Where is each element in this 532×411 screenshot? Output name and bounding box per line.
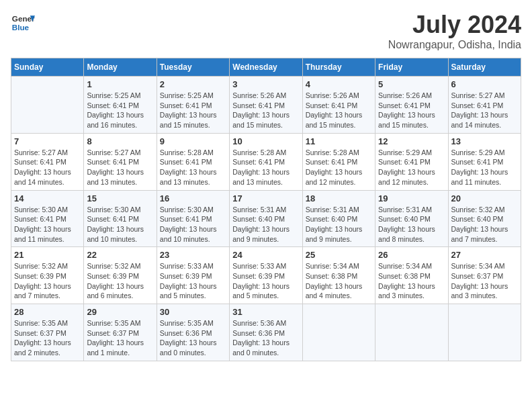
day-info: Sunrise: 5:34 AM Sunset: 6:38 PM Dayligh… [306,261,372,301]
calendar-cell: 7Sunrise: 5:27 AM Sunset: 6:41 PM Daylig… [11,133,84,190]
calendar-cell: 26Sunrise: 5:34 AM Sunset: 6:38 PM Dayli… [375,247,448,304]
day-number: 26 [378,250,445,260]
calendar-cell [11,77,84,134]
calendar-header-cell: Monday [84,58,157,77]
calendar-cell: 20Sunrise: 5:32 AM Sunset: 6:40 PM Dayli… [448,190,521,247]
day-number: 13 [451,136,518,146]
calendar-cell: 1Sunrise: 5:25 AM Sunset: 6:41 PM Daylig… [84,77,157,134]
calendar-week-row: 1Sunrise: 5:25 AM Sunset: 6:41 PM Daylig… [11,77,521,134]
day-info: Sunrise: 5:27 AM Sunset: 6:41 PM Dayligh… [87,148,153,187]
calendar-cell: 18Sunrise: 5:31 AM Sunset: 6:40 PM Dayli… [302,190,375,247]
calendar-cell: 11Sunrise: 5:28 AM Sunset: 6:41 PM Dayli… [302,133,375,190]
calendar-cell: 3Sunrise: 5:26 AM Sunset: 6:41 PM Daylig… [230,77,302,134]
calendar-cell: 6Sunrise: 5:27 AM Sunset: 6:41 PM Daylig… [448,77,521,134]
calendar-cell [375,304,448,361]
calendar-cell: 19Sunrise: 5:31 AM Sunset: 6:40 PM Dayli… [375,190,448,247]
day-info: Sunrise: 5:30 AM Sunset: 6:41 PM Dayligh… [14,205,81,244]
calendar-cell: 25Sunrise: 5:34 AM Sunset: 6:38 PM Dayli… [302,247,375,304]
day-number: 16 [160,193,226,203]
day-number: 15 [87,193,153,203]
day-number: 23 [160,250,226,260]
day-info: Sunrise: 5:34 AM Sunset: 6:38 PM Dayligh… [378,261,445,301]
calendar-header-cell: Sunday [11,58,84,77]
calendar-table: SundayMondayTuesdayWednesdayThursdayFrid… [11,58,521,361]
calendar-header-cell: Friday [375,58,448,77]
day-info: Sunrise: 5:36 AM Sunset: 6:36 PM Dayligh… [232,318,299,358]
calendar-cell: 24Sunrise: 5:33 AM Sunset: 6:39 PM Dayli… [230,247,302,304]
day-info: Sunrise: 5:26 AM Sunset: 6:41 PM Dayligh… [306,91,372,130]
day-info: Sunrise: 5:32 AM Sunset: 6:39 PM Dayligh… [14,261,81,301]
day-number: 7 [14,136,81,146]
calendar-cell: 27Sunrise: 5:34 AM Sunset: 6:37 PM Dayli… [448,247,521,304]
day-number: 20 [451,193,518,203]
day-info: Sunrise: 5:28 AM Sunset: 6:41 PM Dayligh… [160,148,226,187]
calendar-cell: 31Sunrise: 5:36 AM Sunset: 6:36 PM Dayli… [230,304,302,361]
calendar-cell: 12Sunrise: 5:29 AM Sunset: 6:41 PM Dayli… [375,133,448,190]
calendar-cell: 21Sunrise: 5:32 AM Sunset: 6:39 PM Dayli… [11,247,84,304]
day-info: Sunrise: 5:30 AM Sunset: 6:41 PM Dayligh… [160,205,226,244]
day-info: Sunrise: 5:26 AM Sunset: 6:41 PM Dayligh… [378,91,445,130]
day-number: 6 [451,79,518,89]
day-number: 4 [306,79,372,89]
day-number: 18 [306,193,372,203]
calendar-cell: 2Sunrise: 5:25 AM Sunset: 6:41 PM Daylig… [157,77,229,134]
day-number: 2 [160,79,226,89]
title-section: July 2024 Nowrangapur, Odisha, India [388,11,521,51]
calendar-cell: 9Sunrise: 5:28 AM Sunset: 6:41 PM Daylig… [157,133,229,190]
calendar-cell: 29Sunrise: 5:35 AM Sunset: 6:37 PM Dayli… [84,304,157,361]
logo-icon: General Blue [11,11,35,35]
calendar-header-cell: Thursday [302,58,375,77]
svg-text:Blue: Blue [12,23,30,32]
calendar-cell: 30Sunrise: 5:35 AM Sunset: 6:36 PM Dayli… [157,304,229,361]
calendar-cell: 13Sunrise: 5:29 AM Sunset: 6:41 PM Dayli… [448,133,521,190]
day-info: Sunrise: 5:34 AM Sunset: 6:37 PM Dayligh… [451,261,518,301]
day-info: Sunrise: 5:28 AM Sunset: 6:41 PM Dayligh… [306,148,372,187]
calendar-cell: 22Sunrise: 5:32 AM Sunset: 6:39 PM Dayli… [84,247,157,304]
calendar-header-row: SundayMondayTuesdayWednesdayThursdayFrid… [11,58,521,77]
calendar-cell: 16Sunrise: 5:30 AM Sunset: 6:41 PM Dayli… [157,190,229,247]
day-info: Sunrise: 5:32 AM Sunset: 6:40 PM Dayligh… [451,205,518,244]
day-info: Sunrise: 5:35 AM Sunset: 6:37 PM Dayligh… [14,318,81,358]
day-number: 30 [160,307,226,317]
day-info: Sunrise: 5:35 AM Sunset: 6:37 PM Dayligh… [87,318,153,358]
calendar-header-cell: Saturday [448,58,521,77]
calendar-header-cell: Tuesday [157,58,229,77]
day-info: Sunrise: 5:31 AM Sunset: 6:40 PM Dayligh… [306,205,372,244]
day-number: 24 [232,250,299,260]
day-number: 27 [451,250,518,260]
day-info: Sunrise: 5:31 AM Sunset: 6:40 PM Dayligh… [232,205,299,244]
calendar-cell: 28Sunrise: 5:35 AM Sunset: 6:37 PM Dayli… [11,304,84,361]
logo: General Blue [11,11,35,35]
day-info: Sunrise: 5:28 AM Sunset: 6:41 PM Dayligh… [232,148,299,187]
day-number: 14 [14,193,81,203]
day-number: 29 [87,307,153,317]
day-info: Sunrise: 5:25 AM Sunset: 6:41 PM Dayligh… [87,91,153,130]
page-header: General Blue July 2024 Nowrangapur, Odis… [11,11,521,51]
day-number: 21 [14,250,81,260]
day-info: Sunrise: 5:25 AM Sunset: 6:41 PM Dayligh… [160,91,226,130]
day-number: 28 [14,307,81,317]
day-number: 12 [378,136,445,146]
calendar-cell: 8Sunrise: 5:27 AM Sunset: 6:41 PM Daylig… [84,133,157,190]
day-number: 9 [160,136,226,146]
subtitle: Nowrangapur, Odisha, India [388,39,521,51]
day-number: 31 [232,307,299,317]
day-info: Sunrise: 5:33 AM Sunset: 6:39 PM Dayligh… [232,261,299,301]
day-number: 11 [306,136,372,146]
day-info: Sunrise: 5:29 AM Sunset: 6:41 PM Dayligh… [378,148,445,187]
calendar-cell [448,304,521,361]
calendar-cell: 10Sunrise: 5:28 AM Sunset: 6:41 PM Dayli… [230,133,302,190]
day-number: 17 [232,193,299,203]
calendar-header-cell: Wednesday [230,58,302,77]
main-title: July 2024 [388,11,521,39]
day-number: 1 [87,79,153,89]
calendar-cell: 17Sunrise: 5:31 AM Sunset: 6:40 PM Dayli… [230,190,302,247]
day-number: 19 [378,193,445,203]
day-number: 22 [87,250,153,260]
calendar-week-row: 14Sunrise: 5:30 AM Sunset: 6:41 PM Dayli… [11,190,521,247]
calendar-week-row: 28Sunrise: 5:35 AM Sunset: 6:37 PM Dayli… [11,304,521,361]
day-number: 8 [87,136,153,146]
day-info: Sunrise: 5:29 AM Sunset: 6:41 PM Dayligh… [451,148,518,187]
day-info: Sunrise: 5:30 AM Sunset: 6:41 PM Dayligh… [87,205,153,244]
day-info: Sunrise: 5:33 AM Sunset: 6:39 PM Dayligh… [160,261,226,301]
